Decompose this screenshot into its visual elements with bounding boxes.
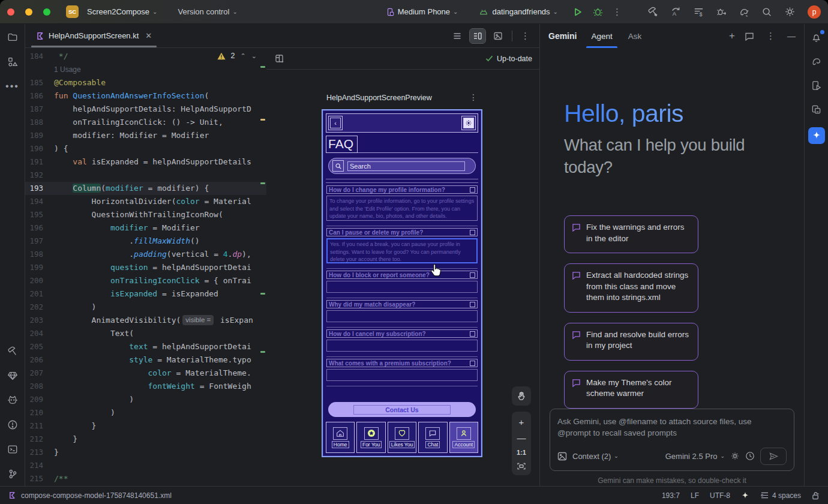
code-line[interactable]: 209 ) [25, 393, 266, 406]
faq-question[interactable]: How do I cancel my subscription? [326, 329, 478, 338]
suggestion-theme-warmer[interactable]: Make my Theme's color scheme warmer [564, 371, 698, 409]
prompt-history-icon[interactable] [745, 451, 755, 461]
user-avatar[interactable]: p [808, 5, 821, 19]
code-line[interactable]: 1 Usage [25, 63, 266, 76]
project-tool-icon[interactable] [7, 31, 19, 43]
code-line[interactable]: 208 fontWeight = FontWeigh [25, 380, 266, 393]
file-lock-icon[interactable] [812, 491, 820, 500]
tab-ask[interactable]: Ask [627, 24, 643, 48]
build-tool-icon[interactable] [7, 345, 19, 357]
code-line[interactable]: 215/** [25, 472, 266, 485]
faq-question[interactable]: What comes with a premium subscription? [326, 359, 478, 367]
close-tab-icon[interactable]: ✕ [145, 31, 152, 40]
device-manager-icon[interactable] [811, 103, 823, 115]
logcat-icon[interactable] [7, 394, 19, 406]
nav-item-likes-you[interactable]: Likes You [388, 422, 416, 453]
code-line[interactable]: 197 .fillMaxWidth() [25, 235, 266, 248]
code-line[interactable]: 195 QuestionWithTrailingIconRow( [25, 208, 266, 221]
faq-question[interactable]: How do I change my profile information? [326, 185, 478, 194]
new-chat-icon[interactable]: + [729, 30, 735, 42]
close-window-button[interactable] [7, 8, 14, 16]
project-selector[interactable]: Screen2Compose⌄ [83, 5, 161, 19]
code-line[interactable]: 192 [25, 169, 266, 182]
run-button[interactable] [572, 7, 583, 17]
device-selector[interactable]: Medium Phone⌄ [382, 5, 462, 19]
gemini-settings-icon[interactable] [730, 451, 740, 461]
faq-question[interactable]: Can I pause or delete my profile? [326, 228, 478, 236]
inspection-widget[interactable]: 2 ⌃ ⌄ [217, 52, 257, 60]
zoom-to-fit-button[interactable] [517, 463, 526, 470]
line-separator[interactable]: LF [691, 491, 699, 500]
code-line[interactable]: 188 onTrailingIconClick: () -> Unit, [25, 116, 266, 129]
build-icon[interactable] [644, 4, 661, 20]
more-tool-windows-icon[interactable]: ••• [7, 80, 19, 92]
suggestion-extract-strings[interactable]: Extract all hardcoded strings from this … [564, 263, 698, 313]
faq-question[interactable]: How do I block or report someone? [326, 271, 478, 279]
zoom-window-button[interactable] [43, 8, 50, 16]
preview-menu-icon[interactable]: ⋮ [469, 92, 478, 102]
nav-item-home[interactable]: Home [326, 422, 355, 453]
gemini-prompt-input[interactable]: Ask Gemini, use @filename to attach sour… [550, 409, 794, 471]
gemini-status-icon[interactable] [741, 491, 749, 500]
app-quality-insights-icon[interactable] [7, 370, 19, 382]
profiler-icon[interactable]: $ [690, 4, 707, 20]
notifications-icon[interactable] [811, 31, 823, 43]
search-everywhere-icon[interactable] [758, 4, 775, 20]
running-devices-icon[interactable] [811, 79, 823, 91]
settings-icon[interactable] [781, 4, 798, 20]
attach-image-icon[interactable] [557, 452, 567, 461]
code-line[interactable]: 202 ) [25, 301, 266, 314]
preview-name-label[interactable]: HelpAndSupportScreenPreview [326, 94, 432, 102]
code-line[interactable]: 214 [25, 459, 266, 472]
context-selector[interactable]: Context (2)⌄ [572, 452, 619, 461]
nav-item-for-you[interactable]: For You [356, 422, 385, 453]
code-line[interactable]: 204 Text( [25, 327, 266, 340]
chat-history-icon[interactable] [745, 32, 754, 41]
tab-helpandsupportscreen[interactable]: HelpAndSupportScreen.kt ✕ [30, 24, 158, 47]
code-line[interactable]: 190) { [25, 142, 266, 155]
sync-translate-icon[interactable]: A [667, 4, 684, 20]
gemini-tool-icon[interactable] [808, 127, 825, 144]
compose-preview-phone[interactable]: ‹ FAQ [322, 109, 482, 457]
wire-back-button[interactable]: ‹ [328, 116, 343, 130]
zoom-actual-size-button[interactable]: 1:1 [517, 449, 526, 456]
editor-mode-design-icon[interactable] [490, 29, 506, 43]
gradle-sync-icon[interactable] [736, 4, 752, 20]
send-button[interactable] [760, 448, 787, 465]
code-line[interactable]: 199 question = helpAndSupportDetai [25, 261, 266, 274]
preview-canvas[interactable]: HelpAndSupportScreenPreview ⋮ ‹ [266, 70, 539, 486]
prev-warning-icon[interactable]: ⌃ [241, 52, 246, 60]
code-line[interactable]: 191 val isExpanded = helpAndSupportDetai… [25, 155, 266, 169]
code-area[interactable]: 184 */1 Usage185@Composable186fun Questi… [25, 48, 266, 486]
code-line[interactable]: 196 modifier = Modifier [25, 221, 266, 235]
editor-scrollbar[interactable] [259, 48, 266, 486]
suggestion-resolve-build-errors[interactable]: Find and resolve build errors in my proj… [564, 323, 698, 361]
pan-tool-button[interactable] [512, 386, 531, 406]
indent-setting[interactable]: 4 spaces [760, 491, 801, 500]
attach-debugger-icon[interactable] [713, 4, 730, 20]
code-line[interactable]: 189 modifier: Modifier = Modifier [25, 129, 266, 142]
gemini-options-icon[interactable]: ⋮ [764, 31, 778, 41]
terminal-tool-icon[interactable] [7, 443, 19, 455]
vcs-selector[interactable]: Version control⌄ [174, 5, 241, 19]
editor-options-icon[interactable]: ⋮ [518, 31, 532, 41]
code-line[interactable]: 205 text = helpAndSupportDetai [25, 340, 266, 353]
code-line[interactable]: 194 HorizontalDivider(color = Material [25, 195, 266, 208]
nav-item-chat[interactable]: Chat [418, 422, 447, 453]
code-line[interactable]: 211 } [25, 419, 266, 433]
code-line[interactable]: 187 helpAndSupportDetails: HelpAndSuppor… [25, 103, 266, 116]
wire-settings-button[interactable] [461, 116, 476, 130]
code-line[interactable]: 207 color = MaterialTheme. [25, 367, 266, 380]
editor-mode-split-icon[interactable] [470, 29, 485, 43]
gradle-tool-icon[interactable] [811, 55, 823, 67]
nav-item-account[interactable]: Account [449, 422, 478, 453]
version-control-tool-icon[interactable] [7, 468, 19, 480]
zoom-in-button[interactable]: + [519, 418, 524, 427]
code-line[interactable]: 212 } [25, 433, 266, 446]
tab-agent[interactable]: Agent [590, 24, 613, 48]
code-line[interactable]: 206 style = MaterialTheme.typo [25, 353, 266, 367]
model-selector[interactable]: Gemini 2.5 Pro⌄ [665, 452, 725, 461]
zoom-out-button[interactable]: — [517, 433, 526, 442]
run-configuration-selector[interactable]: datingandfriends⌄ [475, 5, 562, 19]
code-line[interactable]: 193 Column(modifier = modifier) { [25, 182, 266, 195]
